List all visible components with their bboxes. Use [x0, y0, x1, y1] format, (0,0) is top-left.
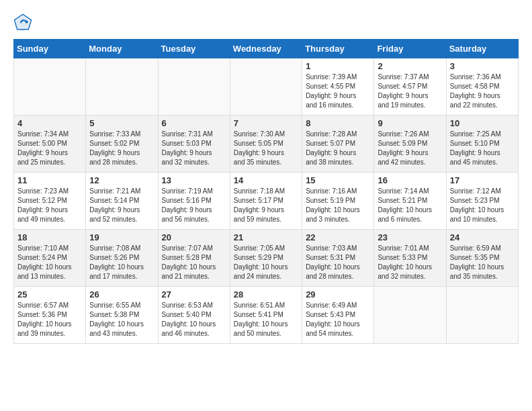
- day-info: Sunrise: 7:14 AM Sunset: 5:21 PM Dayligh…: [378, 187, 442, 224]
- calendar-cell: 25Sunrise: 6:57 AM Sunset: 5:36 PM Dayli…: [14, 287, 86, 344]
- calendar-cell: 1Sunrise: 7:39 AM Sunset: 4:55 PM Daylig…: [302, 58, 374, 116]
- day-info: Sunrise: 7:18 AM Sunset: 5:17 PM Dayligh…: [234, 187, 298, 224]
- day-info: Sunrise: 7:21 AM Sunset: 5:14 PM Dayligh…: [89, 187, 154, 224]
- day-number: 3: [450, 61, 515, 71]
- day-info: Sunrise: 6:55 AM Sunset: 5:38 PM Dayligh…: [89, 301, 154, 338]
- calendar-cell: 28Sunrise: 6:51 AM Sunset: 5:41 PM Dayli…: [230, 287, 302, 344]
- calendar-cell: 23Sunrise: 7:01 AM Sunset: 5:33 PM Dayli…: [374, 230, 446, 287]
- day-number: 7: [234, 118, 298, 128]
- day-number: 17: [450, 175, 515, 185]
- day-info: Sunrise: 7:36 AM Sunset: 4:58 PM Dayligh…: [450, 73, 515, 110]
- day-of-week-header: Sunday: [14, 40, 86, 58]
- day-number: 19: [89, 232, 154, 242]
- calendar-cell: [446, 287, 518, 344]
- day-info: Sunrise: 7:37 AM Sunset: 4:57 PM Dayligh…: [378, 73, 442, 110]
- calendar-body: 1Sunrise: 7:39 AM Sunset: 4:55 PM Daylig…: [14, 58, 519, 344]
- calendar-cell: 14Sunrise: 7:18 AM Sunset: 5:17 PM Dayli…: [230, 173, 302, 230]
- day-number: 29: [306, 289, 370, 300]
- calendar-cell: 15Sunrise: 7:16 AM Sunset: 5:19 PM Dayli…: [302, 173, 374, 230]
- calendar-cell: [86, 58, 158, 116]
- day-number: 10: [450, 118, 515, 128]
- day-of-week-header: Monday: [86, 40, 158, 58]
- day-info: Sunrise: 7:33 AM Sunset: 5:02 PM Dayligh…: [89, 130, 154, 167]
- day-number: 25: [17, 289, 82, 300]
- day-info: Sunrise: 7:01 AM Sunset: 5:33 PM Dayligh…: [378, 244, 442, 281]
- day-number: 23: [378, 232, 442, 242]
- svg-point-2: [26, 21, 28, 24]
- day-number: 26: [89, 289, 154, 300]
- calendar-week-row: 4Sunrise: 7:34 AM Sunset: 5:00 PM Daylig…: [14, 116, 519, 173]
- day-info: Sunrise: 6:51 AM Sunset: 5:41 PM Dayligh…: [234, 301, 298, 338]
- day-number: 14: [234, 175, 298, 185]
- day-info: Sunrise: 6:49 AM Sunset: 5:43 PM Dayligh…: [306, 301, 370, 338]
- day-of-week-header: Tuesday: [158, 40, 230, 58]
- day-number: 2: [378, 61, 442, 71]
- calendar-cell: 22Sunrise: 7:03 AM Sunset: 5:31 PM Dayli…: [302, 230, 374, 287]
- calendar-cell: 10Sunrise: 7:25 AM Sunset: 5:10 PM Dayli…: [446, 116, 518, 173]
- day-number: 1: [306, 61, 370, 71]
- calendar-cell: 21Sunrise: 7:05 AM Sunset: 5:29 PM Dayli…: [230, 230, 302, 287]
- calendar-cell: [14, 58, 86, 116]
- day-of-week-header: Wednesday: [230, 40, 302, 58]
- calendar-cell: 24Sunrise: 6:59 AM Sunset: 5:35 PM Dayli…: [446, 230, 518, 287]
- day-number: 22: [306, 232, 370, 242]
- calendar-cell: 18Sunrise: 7:10 AM Sunset: 5:24 PM Dayli…: [14, 230, 86, 287]
- calendar-cell: 5Sunrise: 7:33 AM Sunset: 5:02 PM Daylig…: [86, 116, 158, 173]
- day-info: Sunrise: 7:03 AM Sunset: 5:31 PM Dayligh…: [306, 244, 370, 281]
- day-number: 6: [162, 118, 226, 128]
- day-info: Sunrise: 7:08 AM Sunset: 5:26 PM Dayligh…: [89, 244, 154, 281]
- day-number: 9: [378, 118, 442, 128]
- day-number: 18: [17, 232, 82, 242]
- calendar-week-row: 1Sunrise: 7:39 AM Sunset: 4:55 PM Daylig…: [14, 58, 519, 116]
- calendar-cell: [230, 58, 302, 116]
- day-number: 8: [306, 118, 370, 128]
- day-info: Sunrise: 6:53 AM Sunset: 5:40 PM Dayligh…: [162, 301, 226, 338]
- header-row: SundayMondayTuesdayWednesdayThursdayFrid…: [14, 40, 519, 58]
- calendar-cell: 17Sunrise: 7:12 AM Sunset: 5:23 PM Dayli…: [446, 173, 518, 230]
- day-info: Sunrise: 7:07 AM Sunset: 5:28 PM Dayligh…: [162, 244, 226, 281]
- day-number: 15: [306, 175, 370, 185]
- day-info: Sunrise: 7:28 AM Sunset: 5:07 PM Dayligh…: [306, 130, 370, 167]
- logo-icon: [13, 13, 32, 32]
- day-info: Sunrise: 7:19 AM Sunset: 5:16 PM Dayligh…: [162, 187, 226, 224]
- day-number: 13: [162, 175, 226, 185]
- day-number: 12: [89, 175, 154, 185]
- day-info: Sunrise: 7:12 AM Sunset: 5:23 PM Dayligh…: [450, 187, 515, 224]
- day-of-week-header: Friday: [374, 40, 446, 58]
- day-info: Sunrise: 7:31 AM Sunset: 5:03 PM Dayligh…: [162, 130, 226, 167]
- day-number: 5: [89, 118, 154, 128]
- day-of-week-header: Saturday: [446, 40, 518, 58]
- day-number: 27: [162, 289, 226, 300]
- day-of-week-header: Thursday: [302, 40, 374, 58]
- day-info: Sunrise: 6:57 AM Sunset: 5:36 PM Dayligh…: [17, 301, 82, 338]
- day-info: Sunrise: 7:39 AM Sunset: 4:55 PM Dayligh…: [306, 73, 370, 110]
- calendar-cell: 6Sunrise: 7:31 AM Sunset: 5:03 PM Daylig…: [158, 116, 230, 173]
- day-number: 28: [234, 289, 298, 300]
- day-info: Sunrise: 7:30 AM Sunset: 5:05 PM Dayligh…: [234, 130, 298, 167]
- calendar-cell: 12Sunrise: 7:21 AM Sunset: 5:14 PM Dayli…: [86, 173, 158, 230]
- calendar-cell: 19Sunrise: 7:08 AM Sunset: 5:26 PM Dayli…: [86, 230, 158, 287]
- calendar-table: SundayMondayTuesdayWednesdayThursdayFrid…: [13, 39, 519, 344]
- calendar-cell: 27Sunrise: 6:53 AM Sunset: 5:40 PM Dayli…: [158, 287, 230, 344]
- calendar-cell: 13Sunrise: 7:19 AM Sunset: 5:16 PM Dayli…: [158, 173, 230, 230]
- calendar-week-row: 25Sunrise: 6:57 AM Sunset: 5:36 PM Dayli…: [14, 287, 519, 344]
- day-number: 11: [17, 175, 82, 185]
- page-header: [13, 13, 519, 32]
- day-info: Sunrise: 7:10 AM Sunset: 5:24 PM Dayligh…: [17, 244, 82, 281]
- calendar-week-row: 18Sunrise: 7:10 AM Sunset: 5:24 PM Dayli…: [14, 230, 519, 287]
- calendar-week-row: 11Sunrise: 7:23 AM Sunset: 5:12 PM Dayli…: [14, 173, 519, 230]
- day-info: Sunrise: 7:34 AM Sunset: 5:00 PM Dayligh…: [17, 130, 82, 167]
- calendar-cell: 16Sunrise: 7:14 AM Sunset: 5:21 PM Dayli…: [374, 173, 446, 230]
- calendar-cell: 9Sunrise: 7:26 AM Sunset: 5:09 PM Daylig…: [374, 116, 446, 173]
- calendar-cell: 7Sunrise: 7:30 AM Sunset: 5:05 PM Daylig…: [230, 116, 302, 173]
- calendar-header: SundayMondayTuesdayWednesdayThursdayFrid…: [14, 40, 519, 58]
- calendar-cell: 29Sunrise: 6:49 AM Sunset: 5:43 PM Dayli…: [302, 287, 374, 344]
- day-info: Sunrise: 7:16 AM Sunset: 5:19 PM Dayligh…: [306, 187, 370, 224]
- calendar-cell: 11Sunrise: 7:23 AM Sunset: 5:12 PM Dayli…: [14, 173, 86, 230]
- day-number: 20: [162, 232, 226, 242]
- calendar-cell: 4Sunrise: 7:34 AM Sunset: 5:00 PM Daylig…: [14, 116, 86, 173]
- day-info: Sunrise: 7:26 AM Sunset: 5:09 PM Dayligh…: [378, 130, 442, 167]
- logo: [13, 13, 34, 32]
- day-info: Sunrise: 7:25 AM Sunset: 5:10 PM Dayligh…: [450, 130, 515, 167]
- calendar-cell: 3Sunrise: 7:36 AM Sunset: 4:58 PM Daylig…: [446, 58, 518, 116]
